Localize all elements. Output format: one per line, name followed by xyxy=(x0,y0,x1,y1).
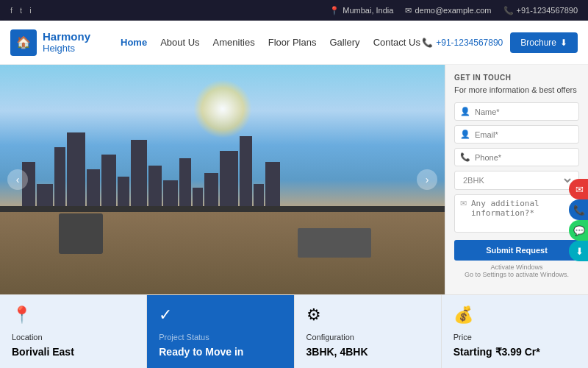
phone-float-icon[interactable]: 📞 xyxy=(569,199,588,220)
config-select[interactable]: 2BHK 3BHK 4BHK xyxy=(460,175,573,185)
contact-info: 📍 Mumbai, India ✉ demo@example.com 📞 +91… xyxy=(329,6,578,15)
nav-home[interactable]: Home xyxy=(121,37,147,48)
nav-contact[interactable]: Contact Us xyxy=(373,37,420,48)
location-label: Location xyxy=(12,333,135,342)
activate-windows-text: Activate WindowsGo to Settings to activa… xyxy=(454,263,579,278)
email-icon: ✉ xyxy=(405,6,412,15)
phone-input[interactable] xyxy=(475,153,573,162)
nav-amenities[interactable]: Amenities xyxy=(213,37,255,48)
email-info: ✉ demo@example.com xyxy=(405,6,491,15)
location-value: Borivali East xyxy=(12,346,135,358)
additional-field-wrapper: ✉ xyxy=(454,194,579,233)
name-input[interactable] xyxy=(475,107,573,116)
header: 🏠 Harmony Heights Home About Us Amenitie… xyxy=(0,21,588,65)
railing xyxy=(0,206,445,212)
config-stat-icon: ⚙ xyxy=(306,305,429,325)
hero-image xyxy=(0,65,445,294)
location-stat-icon: 📍 xyxy=(12,305,135,325)
email-field-wrapper: 👤 xyxy=(454,125,579,144)
name-field-wrapper: 👤 xyxy=(454,102,579,121)
stat-config: ⚙ Configuration 3BHK, 4BHK xyxy=(295,295,442,368)
social-links[interactable]: f t i xyxy=(10,6,32,15)
logo-text: Harmony Heights xyxy=(43,31,90,54)
stat-price: 💰 Price Starting ₹3.99 Cr* xyxy=(442,295,588,368)
price-label: Price xyxy=(453,333,576,342)
location-text: Mumbai, India xyxy=(343,6,393,15)
form-subtitle: For more information & best offers xyxy=(454,85,579,95)
phone-field-wrapper: 📞 xyxy=(454,148,579,166)
brochure-label: Brochure xyxy=(520,38,556,48)
brand-name: Harmony xyxy=(43,31,90,43)
grill xyxy=(59,213,103,254)
terrace xyxy=(0,206,445,294)
stat-location: 📍 Location Borivali East xyxy=(0,295,147,368)
price-stat-icon: 💰 xyxy=(453,305,576,325)
nav-about[interactable]: About Us xyxy=(160,37,199,48)
download-icon: ⬇ xyxy=(560,38,567,48)
stat-status: ✓ Project Status Ready to Move in xyxy=(147,295,294,368)
submit-label: Submit Request xyxy=(486,246,548,255)
logo-icon: 🏠 xyxy=(10,29,37,56)
location-icon: 📍 xyxy=(329,6,340,15)
submit-button[interactable]: Submit Request xyxy=(454,240,579,261)
user-icon: 👤 xyxy=(460,107,470,116)
hero-section: ‹ › xyxy=(0,65,445,294)
additional-input[interactable] xyxy=(471,199,573,228)
header-right: 📞 +91-1234567890 Brochure ⬇ xyxy=(422,32,578,53)
main-content: ‹ › GET IN TOUCH For more information & … xyxy=(0,65,588,294)
table xyxy=(298,228,371,258)
mail-float-icon[interactable]: ✉ xyxy=(569,179,588,199)
status-stat-icon: ✓ xyxy=(159,305,282,325)
stats-bar: 📍 Location Borivali East ✓ Project Statu… xyxy=(0,294,588,368)
form-title: GET IN TOUCH xyxy=(454,74,579,82)
twitter-icon[interactable]: t xyxy=(20,6,22,15)
next-slide-button[interactable]: › xyxy=(417,169,437,190)
status-value: Ready to Move in xyxy=(159,346,282,358)
status-label: Project Status xyxy=(159,333,282,342)
config-label: Configuration xyxy=(306,333,429,342)
header-phone[interactable]: 📞 +91-1234567890 xyxy=(422,38,503,48)
price-value: Starting ₹3.99 Cr* xyxy=(453,346,576,358)
download-float-icon[interactable]: ⬇ xyxy=(569,241,588,261)
phone-text: +91-1234567890 xyxy=(517,6,578,15)
instagram-icon[interactable]: i xyxy=(29,6,31,15)
config-field-wrapper: 2BHK 3BHK 4BHK xyxy=(454,171,579,190)
email-input[interactable] xyxy=(475,130,573,139)
phone-info: 📞 +91-1234567890 xyxy=(503,6,578,15)
prev-slide-button[interactable]: ‹ xyxy=(7,169,28,190)
whatsapp-float-icon[interactable]: 💬 xyxy=(569,220,588,241)
brochure-button[interactable]: Brochure ⬇ xyxy=(510,32,578,53)
main-nav: Home About Us Amenities Floor Plans Gall… xyxy=(121,37,422,48)
phone-icon-header: 📞 xyxy=(422,38,433,48)
email-text: demo@example.com xyxy=(415,6,491,15)
sun-glow xyxy=(193,79,252,138)
phone-field-icon: 📞 xyxy=(460,152,470,162)
location-info: 📍 Mumbai, India xyxy=(329,6,393,15)
config-value: 3BHK, 4BHK xyxy=(306,346,429,358)
message-icon: ✉ xyxy=(460,199,467,208)
brand-sub: Heights xyxy=(43,43,90,54)
nav-floorplans[interactable]: Floor Plans xyxy=(268,37,317,48)
phone-icon: 📞 xyxy=(503,6,514,15)
header-phone-number: +91-1234567890 xyxy=(436,38,503,48)
nav-gallery[interactable]: Gallery xyxy=(329,37,359,48)
facebook-icon[interactable]: f xyxy=(10,6,12,15)
contact-form: GET IN TOUCH For more information & best… xyxy=(445,65,588,294)
logo: 🏠 Harmony Heights xyxy=(10,29,106,56)
email-field-icon: 👤 xyxy=(460,130,470,139)
top-bar: f t i 📍 Mumbai, India ✉ demo@example.com… xyxy=(0,0,588,21)
